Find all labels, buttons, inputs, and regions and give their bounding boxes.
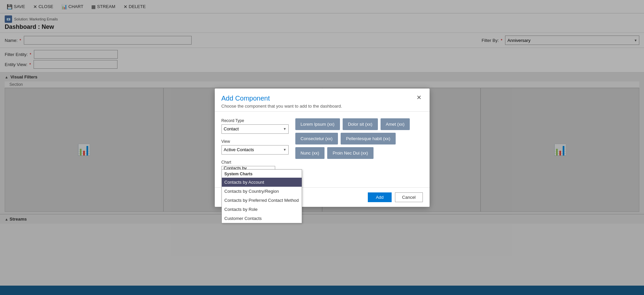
tile-consectetur[interactable]: Consectetur (xx) bbox=[295, 133, 338, 144]
tile-proin[interactable]: Proin Nec Dui (xx) bbox=[327, 147, 373, 159]
system-charts-group-label: System Charts bbox=[222, 170, 302, 178]
modal-body: Record Type Contact ▼ View Active Contac… bbox=[215, 112, 430, 187]
view-select[interactable]: Active Contacts bbox=[221, 145, 289, 155]
chart-label: Chart bbox=[221, 160, 289, 165]
record-type-select[interactable]: Contact bbox=[221, 124, 289, 134]
modal-right-panel: Lorem Ipsum (xx) Dolor sit (xx) Amet (xx… bbox=[295, 118, 423, 181]
modal-header-text: Add Component Choose the component that … bbox=[221, 95, 342, 109]
modal-title: Add Component bbox=[221, 95, 342, 102]
chart-group: Chart Contacts by Account ▼ System Chart… bbox=[221, 160, 289, 175]
tile-pellentesque[interactable]: Pellentesque habit (xx) bbox=[341, 133, 396, 144]
view-select-wrapper: Active Contacts ▼ bbox=[221, 145, 289, 155]
chart-option-contacts-by-role[interactable]: Contacts by Role bbox=[222, 205, 302, 214]
record-type-group: Record Type Contact ▼ bbox=[221, 118, 289, 134]
chart-option-contacts-by-country[interactable]: Contacts by Country/Region bbox=[222, 187, 302, 196]
record-type-label: Record Type bbox=[221, 118, 289, 123]
chart-option-contacts-by-preferred[interactable]: Contacts by Preferred Contact Method bbox=[222, 196, 302, 205]
add-button[interactable]: Add bbox=[368, 192, 392, 202]
tile-lorem-ipsum[interactable]: Lorem Ipsum (xx) bbox=[295, 118, 340, 130]
modal-left-panel: Record Type Contact ▼ View Active Contac… bbox=[221, 118, 289, 181]
modal-close-button[interactable]: ✕ bbox=[415, 95, 423, 101]
modal-overlay: Add Component Choose the component that … bbox=[0, 0, 644, 295]
modal-header: Add Component Choose the component that … bbox=[215, 88, 430, 112]
view-group: View Active Contacts ▼ bbox=[221, 139, 289, 155]
tile-dolor-sit[interactable]: Dolor sit (xx) bbox=[343, 118, 378, 130]
chart-option-contacts-by-account[interactable]: Contacts by Account bbox=[222, 178, 302, 187]
chart-option-customer-contacts[interactable]: Customer Contacts bbox=[222, 214, 302, 223]
record-type-select-wrapper: Contact ▼ bbox=[221, 124, 289, 134]
tile-nunc[interactable]: Nunc (xx) bbox=[295, 147, 325, 159]
component-tiles: Lorem Ipsum (xx) Dolor sit (xx) Amet (xx… bbox=[295, 118, 423, 159]
cancel-button[interactable]: Cancel bbox=[395, 192, 423, 202]
modal-subtitle: Choose the component that you want to ad… bbox=[221, 104, 342, 109]
add-component-modal: Add Component Choose the component that … bbox=[215, 88, 430, 207]
tile-amet[interactable]: Amet (xx) bbox=[381, 118, 410, 130]
view-label: View bbox=[221, 139, 289, 144]
chart-dropdown-menu: System Charts Contacts by Account Contac… bbox=[221, 169, 302, 223]
